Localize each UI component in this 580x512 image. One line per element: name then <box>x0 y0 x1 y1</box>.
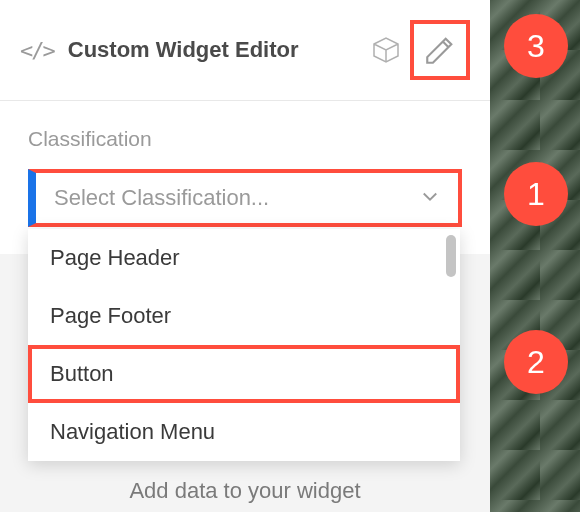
code-icon: </> <box>20 38 54 63</box>
dropdown-scrollbar[interactable] <box>446 235 456 277</box>
callout-badge-2: 2 <box>504 330 568 394</box>
classification-select[interactable]: Select Classification... <box>28 169 462 227</box>
select-placeholder: Select Classification... <box>54 185 269 211</box>
editor-panel: </> Custom Widget Editor Classification … <box>0 0 490 512</box>
classification-dropdown: Page Header Page Footer Button Navigatio… <box>28 229 460 461</box>
dropdown-option-page-footer[interactable]: Page Footer <box>28 287 460 345</box>
dropdown-option-button[interactable]: Button <box>28 345 460 403</box>
dropdown-option-navigation-menu[interactable]: Navigation Menu <box>28 403 460 461</box>
callout-badge-3: 3 <box>504 14 568 78</box>
dropdown-option-page-header[interactable]: Page Header <box>28 229 460 287</box>
panel-title: Custom Widget Editor <box>68 37 370 63</box>
callout-badge-1: 1 <box>504 162 568 226</box>
add-data-prompt: Add data to your widget <box>0 478 490 504</box>
package-icon[interactable] <box>370 36 402 64</box>
classification-select-wrap: Select Classification... Page Header Pag… <box>28 169 462 227</box>
edit-button[interactable] <box>410 20 470 80</box>
panel-header: </> Custom Widget Editor <box>0 0 490 101</box>
chevron-down-icon <box>420 186 440 210</box>
classification-label: Classification <box>28 127 462 151</box>
content-area: Classification Select Classification... … <box>0 101 490 227</box>
